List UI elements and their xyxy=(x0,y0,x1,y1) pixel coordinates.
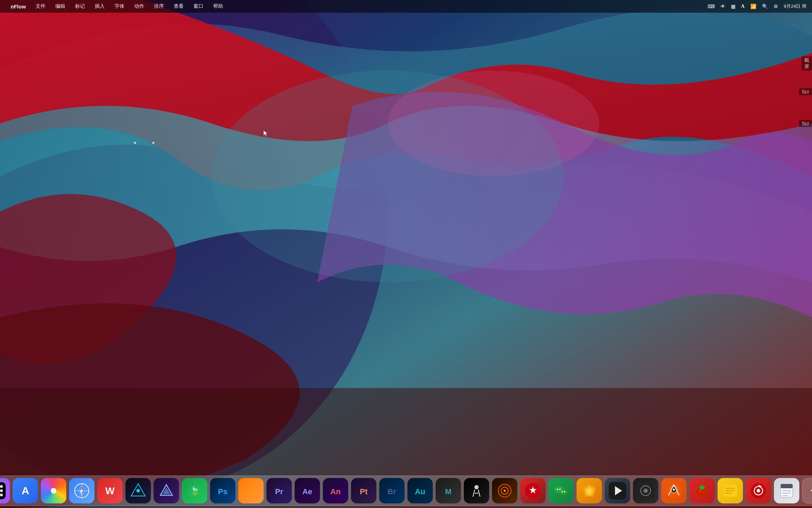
dot-2 xyxy=(152,142,154,144)
dock-item-launchpad[interactable] xyxy=(0,478,10,503)
svg-text:W: W xyxy=(105,485,115,496)
menu-file[interactable]: 文件 xyxy=(31,0,50,13)
dock-item-rottenomatoes[interactable] xyxy=(689,478,715,503)
dock-item-affinity[interactable] xyxy=(154,478,179,503)
menu-window[interactable]: 窗口 xyxy=(189,0,208,13)
wallpaper xyxy=(0,0,812,508)
dock-item-cinema4d[interactable] xyxy=(492,478,517,503)
dot-1 xyxy=(134,142,136,144)
desktop: 截屏 Scr Scr nFlow 文件 编辑 标记 插入 字体 动作 排序 查看… xyxy=(0,0,812,508)
svg-point-67 xyxy=(699,490,701,492)
svg-point-49 xyxy=(564,491,565,492)
svg-point-62 xyxy=(673,489,675,491)
keyboard-icon: ⌨ xyxy=(708,4,715,9)
dock-item-sticky[interactable] xyxy=(774,478,799,503)
dock-item-audition[interactable]: Au xyxy=(407,478,433,503)
dock-item-aftereffects[interactable]: Ae xyxy=(295,478,320,503)
svg-point-66 xyxy=(699,485,705,490)
control-center-icon[interactable]: ⚙ xyxy=(774,4,778,9)
text-input-icon: A xyxy=(741,4,745,9)
svg-point-68 xyxy=(703,492,705,493)
svg-text:★: ★ xyxy=(529,485,537,495)
svg-point-58 xyxy=(645,490,647,492)
dock-item-vine[interactable]: 🍃 xyxy=(182,478,207,503)
dock-item-superstar[interactable]: ★ xyxy=(520,478,546,503)
svg-rect-78 xyxy=(781,484,793,488)
menu-font[interactable]: 字体 xyxy=(110,0,129,13)
svg-point-38 xyxy=(474,485,479,489)
dock-container: A xyxy=(0,476,812,508)
svg-point-75 xyxy=(757,489,760,492)
svg-point-47 xyxy=(559,489,561,490)
search-icon[interactable]: 🔍 xyxy=(762,4,768,9)
dock-item-netease[interactable] xyxy=(746,478,771,503)
dock-item-photos[interactable] xyxy=(41,478,66,503)
svg-text:🍃: 🍃 xyxy=(190,486,200,496)
dock-item-premiere[interactable]: Pr xyxy=(266,478,292,503)
svg-text:Br: Br xyxy=(388,487,396,496)
svg-point-46 xyxy=(557,489,558,490)
dock-item-capture[interactable]: Pt xyxy=(351,478,376,503)
menubar-right: ⌨ 👁 ▦ A 📶 🔍 ⚙ 9月24日 周 xyxy=(708,3,812,10)
svg-point-48 xyxy=(561,491,563,492)
menubar-left: nFlow 文件 编辑 标记 插入 字体 动作 排序 查看 窗口 帮助 xyxy=(0,0,228,13)
svg-point-14 xyxy=(0,494,3,496)
dock-item-stickies[interactable] xyxy=(718,478,743,503)
dock-item-fitness[interactable] xyxy=(464,478,489,503)
eye-icon: 👁 xyxy=(720,4,725,9)
dock-item-safari[interactable] xyxy=(69,478,94,503)
dock-item-bridge[interactable]: Br xyxy=(379,478,405,503)
svg-point-41 xyxy=(504,490,506,492)
menubar: nFlow 文件 编辑 标记 插入 字体 动作 排序 查看 窗口 帮助 ⌨ 👁 … xyxy=(0,0,812,13)
dock-item-animate[interactable]: An xyxy=(323,478,348,503)
wifi-icon: 📶 xyxy=(750,4,756,9)
dock-item-wps[interactable]: W xyxy=(97,478,123,503)
svg-text:Ps: Ps xyxy=(218,487,228,496)
svg-text:Pt: Pt xyxy=(360,487,368,496)
dock-item-davinci[interactable] xyxy=(633,478,658,503)
dock-item-appstore[interactable]: A xyxy=(13,478,38,503)
svg-text:A: A xyxy=(21,485,29,496)
menu-action[interactable]: 动作 xyxy=(129,0,149,13)
dock-item-maya[interactable]: M xyxy=(436,478,461,503)
display-icon: ▦ xyxy=(731,4,736,9)
dock-item-vectornator[interactable] xyxy=(125,478,151,503)
dock-item-sketch[interactable] xyxy=(577,478,602,503)
menu-view[interactable]: 查看 xyxy=(169,0,189,13)
svg-text:Au: Au xyxy=(415,487,425,496)
svg-point-11 xyxy=(0,489,3,492)
svg-text:Ae: Ae xyxy=(302,487,312,496)
dock-item-finalcut[interactable] xyxy=(605,478,630,503)
svg-text:An: An xyxy=(330,487,340,496)
dock-item-wechat[interactable] xyxy=(548,478,574,503)
dock: A xyxy=(0,476,812,506)
svg-point-26 xyxy=(136,489,140,492)
dock-item-more[interactable]: ··· xyxy=(802,478,812,503)
dock-item-illustrator[interactable]: Ai xyxy=(238,478,264,503)
svg-text:Pr: Pr xyxy=(275,487,283,496)
svg-text:M: M xyxy=(445,487,451,496)
svg-point-4 xyxy=(388,71,599,176)
svg-point-16 xyxy=(51,488,56,494)
svg-point-8 xyxy=(0,485,3,488)
svg-text:Ai: Ai xyxy=(247,487,255,496)
menu-mark[interactable]: 标记 xyxy=(70,0,90,13)
app-name[interactable]: nFlow xyxy=(6,0,31,13)
menu-help[interactable]: 帮助 xyxy=(208,0,228,13)
svg-point-21 xyxy=(81,490,83,492)
datetime: 9月24日 周 xyxy=(784,3,806,10)
menu-insert[interactable]: 插入 xyxy=(90,0,110,13)
menu-edit[interactable]: 编辑 xyxy=(50,0,70,13)
menu-sort[interactable]: 排序 xyxy=(149,0,169,13)
dock-item-blender[interactable] xyxy=(661,478,687,503)
dock-item-photoshop[interactable]: Ps xyxy=(210,478,235,503)
